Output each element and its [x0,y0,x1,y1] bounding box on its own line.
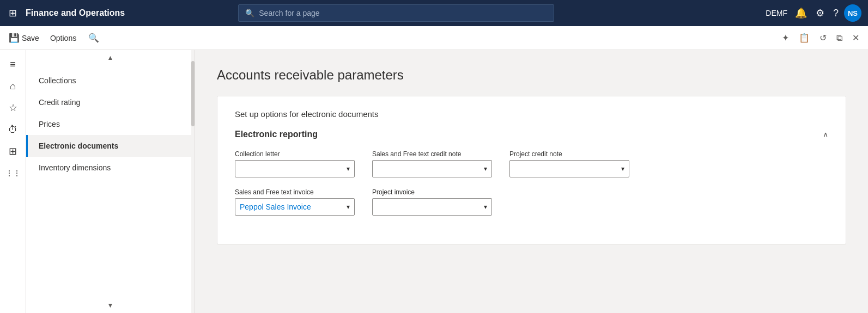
section-description: Set up options for electronic documents [235,109,828,119]
nav-scrollbar-track [191,50,195,313]
content-area: Accounts receivable parameters Set up op… [195,50,868,313]
environment-label: DEMF [766,9,787,17]
search-command-icon[interactable]: 🔍 [85,29,102,46]
save-label: Save [22,34,39,42]
collection-letter-label: Collection letter [235,150,355,158]
view-button[interactable]: 📋 [794,29,814,46]
page-title: Accounts receivable parameters [217,67,846,83]
sales-invoice-arrow-icon: ▾ [347,203,350,211]
nav-items-list: Collections Credit rating Prices Electro… [26,65,195,298]
sales-invoice-dropdown[interactable]: Peppol Sales Invoice ▾ [235,198,355,216]
global-search-bar[interactable]: 🔍 [238,4,554,22]
nav-scrollbar-thumb[interactable] [191,61,195,126]
settings-button[interactable]: ⚙ [812,4,828,22]
main-layout: ≡ ⌂ ☆ ⏱ ⊞ ⋮⋮ ▲ Collections Credit rating… [0,50,868,313]
search-icon: 🔍 [245,9,254,17]
project-invoice-field: Project invoice ▾ [372,188,492,216]
sales-credit-note-label: Sales and Free text credit note [372,150,492,158]
nav-item-collections[interactable]: Collections [26,70,195,91]
form-row-2: Sales and Free text invoice Peppol Sales… [235,188,828,216]
sidebar-hamburger[interactable]: ≡ [3,54,23,74]
top-nav: ⊞ Finance and Operations 🔍 DEMF 🔔 ⚙ ? NS [0,0,868,26]
user-avatar[interactable]: NS [844,4,861,22]
search-input[interactable] [259,9,547,17]
collection-letter-arrow-icon: ▾ [347,165,350,173]
sidebar-favorites[interactable]: ☆ [3,98,23,118]
sales-invoice-field: Sales and Free text invoice Peppol Sales… [235,188,355,216]
sidebar-home[interactable]: ⌂ [3,76,23,96]
refresh-button[interactable]: ↺ [815,29,831,46]
right-toolbar: ✦ 📋 ↺ ⧉ ✕ [778,29,864,46]
app-title: Finance and Operations [26,8,125,18]
nav-scroll-up[interactable]: ▲ [26,50,195,65]
section-title: Electronic reporting [235,130,318,139]
sidebar-icons: ≡ ⌂ ☆ ⏱ ⊞ ⋮⋮ [0,50,26,313]
sales-credit-note-arrow-icon: ▾ [484,165,487,173]
section-header: Electronic reporting ∧ [235,130,828,139]
save-button[interactable]: 💾 Save [4,29,44,46]
help-button[interactable]: ? [830,4,842,22]
project-credit-note-field: Project credit note ▾ [509,150,629,177]
sidebar-workspaces[interactable]: ⊞ [3,142,23,161]
section-collapse-icon[interactable]: ∧ [823,130,828,139]
sales-invoice-label: Sales and Free text invoice [235,188,355,196]
sales-credit-note-dropdown[interactable]: ▾ [372,160,492,177]
close-button[interactable]: ✕ [848,29,864,46]
options-button[interactable]: Options [46,30,81,46]
nav-item-credit-rating[interactable]: Credit rating [26,91,195,113]
open-in-new-button[interactable]: ⧉ [832,30,847,46]
notifications-button[interactable]: 🔔 [792,4,810,22]
project-credit-note-label: Project credit note [509,150,629,158]
sidebar-recent[interactable]: ⏱ [3,120,23,139]
save-icon: 💾 [9,33,20,43]
sales-invoice-value: Peppol Sales Invoice [240,202,311,211]
sales-credit-note-field: Sales and Free text credit note ▾ [372,150,492,177]
sidebar-modules[interactable]: ⋮⋮ [3,163,23,183]
project-invoice-dropdown[interactable]: ▾ [372,198,492,216]
nav-item-prices[interactable]: Prices [26,113,195,135]
nav-item-electronic-documents[interactable]: Electronic documents [26,135,195,157]
nav-sidebar: ▲ Collections Credit rating Prices Elect… [26,50,195,313]
project-invoice-label: Project invoice [372,188,492,196]
collection-letter-field: Collection letter ▾ [235,150,355,177]
command-bar: 💾 Save Options 🔍 ✦ 📋 ↺ ⧉ ✕ [0,26,868,50]
options-label: Options [50,34,76,42]
nav-right: DEMF 🔔 ⚙ ? NS [766,4,861,22]
personalize-button[interactable]: ✦ [778,29,793,46]
apps-grid-icon[interactable]: ⊞ [7,5,19,21]
nav-item-inventory-dimensions[interactable]: Inventory dimensions [26,157,195,179]
nav-scroll-down[interactable]: ▼ [26,298,195,313]
project-credit-note-arrow-icon: ▾ [621,165,624,173]
project-invoice-arrow-icon: ▾ [484,203,487,211]
project-credit-note-dropdown[interactable]: ▾ [509,160,629,177]
form-row-1: Collection letter ▾ Sales and Free text … [235,150,828,177]
section-container: Set up options for electronic documents … [217,96,846,244]
collection-letter-dropdown[interactable]: ▾ [235,160,355,177]
